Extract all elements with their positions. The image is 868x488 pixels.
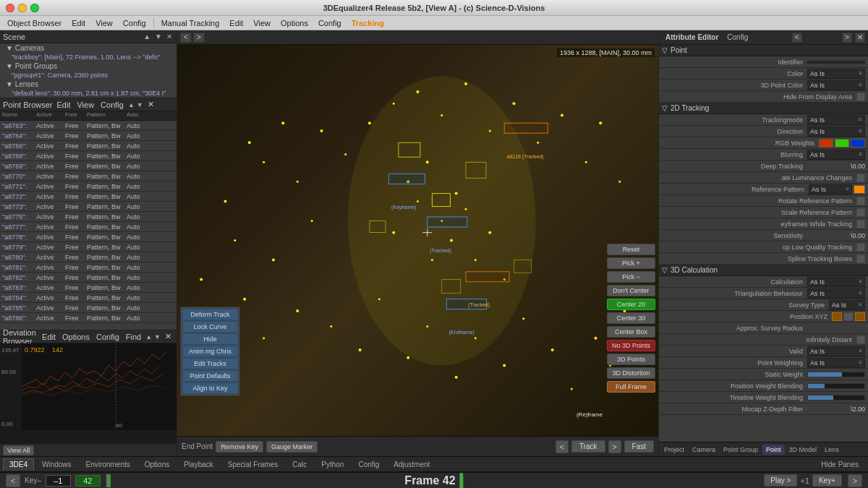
vp-track-btn[interactable]: Track [571,440,605,453]
pb-edit[interactable]: Edit [54,100,72,109]
dev-view-all-btn[interactable]: View All [3,445,34,455]
vp-next-btn[interactable]: > [608,440,621,453]
menu-view-2[interactable]: View [249,18,275,28]
ctx-hide[interactable]: Hide [182,333,238,345]
maximize-button[interactable] [30,4,39,12]
dev-close[interactable]: ✕ [163,332,174,341]
attr-checkbox-infinitely-distant[interactable] [856,335,865,344]
attr-checkbox-keyframes[interactable] [856,220,865,228]
frame-nav-left[interactable]: < [6,474,20,487]
ov-full-frame[interactable]: Full Frame [607,381,655,393]
bottom-tab-adjustment[interactable]: Adjustment [387,458,436,471]
bottom-tab-config[interactable]: Config [352,458,386,471]
menu-edit-2[interactable]: Edit [225,18,247,28]
attr-xyz-y[interactable] [843,312,854,321]
menu-edit-1[interactable]: Edit [67,18,90,28]
point-row[interactable]: "a8779":ActiveFreePattern, BwAuto [0,242,176,252]
key-right-btn[interactable]: Key+ [812,474,842,487]
point-row[interactable]: "a8784":ActiveFreePattern, BwAuto [0,293,176,303]
dev-config[interactable]: Config [94,333,122,341]
attr-bar-static-weight[interactable] [807,372,865,377]
ov-3d-points[interactable]: 3D Points [607,354,655,365]
ov-center-box[interactable]: Center Box [607,326,655,338]
pb-col-up[interactable]: ▲ [128,101,135,108]
menu-config-1[interactable]: Config [119,18,150,28]
attr-value-color[interactable]: As Is ≡ [807,69,865,79]
attr-tab-lens[interactable]: Lens [821,445,843,455]
attr-checkbox-hide[interactable] [856,93,865,101]
menu-manual-tracking[interactable]: Manual Tracking [157,18,224,28]
vp-gauge-marker-btn[interactable]: Gauge Marker [266,441,318,453]
vp-nav-right[interactable]: > [193,33,205,43]
bottom-tab-options[interactable]: Options [138,458,176,471]
frame-nav-right[interactable]: > [848,474,862,487]
vp-fast-btn[interactable]: Fast [624,440,654,453]
vp-nav-left[interactable]: < [180,33,192,43]
point-row[interactable]: "a8775":ActiveFreePattern, BwAuto [0,212,176,222]
attr-value-direction[interactable]: As Is ≡ [807,127,865,137]
tree-pgroup1[interactable]: "pgroup#1": Camera, 2360 points [0,71,176,80]
scene-close-btn[interactable]: ✕ [165,33,174,40]
attr-value-blurring[interactable]: As Is ≡ [807,150,865,160]
attr-value-valid[interactable]: As Is ≡ [807,346,865,356]
pb-close[interactable]: ✕ [145,100,156,109]
menu-object-browser[interactable]: Object Browser [3,18,66,28]
attr-nav-right[interactable]: > [842,33,852,43]
menu-options[interactable]: Options [276,18,312,28]
attr-tab-camera[interactable]: Camera [689,445,719,455]
vp-remove-key-btn[interactable]: Remove Key [216,441,263,453]
attr-value-trackingmode[interactable]: As Is ≡ [807,115,865,125]
attr-xyz-x[interactable] [832,312,842,321]
attr-nav-left[interactable]: < [792,33,802,43]
attr-checkbox-rotate-ref[interactable] [856,197,865,205]
attr-section-2d-header[interactable]: ▽ 2D Tracking [659,103,868,114]
bottom-tab-special-frames[interactable]: Special Frames [221,458,284,471]
ov-pick-minus[interactable]: Pick – [607,271,655,283]
attr-section-3d-header[interactable]: ▽ 3D Calculation [659,265,868,276]
point-row[interactable]: "a8783":ActiveFreePattern, BwAuto [0,283,176,293]
attr-section-point-header[interactable]: ▽ Point [659,45,868,56]
scene-collapse-btn[interactable]: ▼ [153,33,163,40]
attr-checkbox-spline-boxes[interactable] [856,254,865,263]
attr-bar-position-weight[interactable] [807,383,865,389]
point-row[interactable]: "a8785":ActiveFreePattern, BwAuto [0,303,176,313]
dev-down[interactable]: ▼ [154,333,161,341]
bottom-tab-3de4[interactable]: 3DE4 [3,458,34,471]
frame-input-field[interactable] [46,475,71,487]
point-row[interactable]: "a8773":ActiveFreePattern, BwAuto [0,202,176,212]
attr-value-identifier[interactable] [807,61,865,64]
bottom-tab-calc[interactable]: Calc [286,458,313,471]
attr-value-point-weighting[interactable]: As Is ≡ [807,358,865,368]
dev-options[interactable]: Options [60,333,92,341]
pb-col-down[interactable]: ▼ [137,101,143,108]
attr-tab-project[interactable]: Project [660,445,688,455]
tree-default-lens[interactable]: "default lens": 30.00 mm, 2.81 cm x 1.87… [0,89,176,98]
attr-checkbox-low-quality[interactable] [856,243,865,252]
tree-point-groups[interactable]: ▼ Point Groups [0,61,176,71]
attr-config[interactable]: Config [723,33,752,42]
pb-config[interactable]: Config [98,100,126,109]
point-row[interactable]: "a8769":ActiveFreePattern, BwAuto [0,161,176,171]
pb-view[interactable]: View [75,100,96,109]
attr-tab-3d-model[interactable]: 3D Model [786,445,821,455]
window-controls[interactable] [6,4,39,12]
point-row[interactable]: "a8768":ActiveFreePattern, BwAuto [0,151,176,161]
attr-rgb-g[interactable] [835,139,849,147]
ov-3d-distortion[interactable]: 3D Distortion [607,367,655,379]
attr-tab-point[interactable]: Point [762,445,785,455]
menu-view-1[interactable]: View [91,18,117,28]
tree-camera-trackboy[interactable]: "trackboy": [Main], 72 Frames, 1.00, Len… [0,53,176,61]
attr-value-survey-type[interactable]: As Is ≡ [829,300,865,310]
point-row[interactable]: "a8786":ActiveFreePattern, BwAuto [0,313,176,323]
point-row[interactable]: "a8771":ActiveFreePattern, BwAuto [0,181,176,192]
ctx-anim-chris[interactable]: Anim mg Chris [182,346,238,357]
attr-xyz-z[interactable] [855,312,865,321]
ctx-lock-curve[interactable]: Lock Curve [182,321,238,333]
minimize-button[interactable] [18,4,27,12]
point-row[interactable]: "a8764":ActiveFreePattern, BwAuto [0,131,176,141]
tree-cameras[interactable]: ▼ Cameras [0,43,176,53]
ov-reset[interactable]: Reset [607,244,655,255]
frame-current-input[interactable] [75,475,101,487]
vp-prev-btn[interactable]: < [556,440,569,453]
point-row[interactable]: "a8772":ActiveFreePattern, BwAuto [0,192,176,202]
